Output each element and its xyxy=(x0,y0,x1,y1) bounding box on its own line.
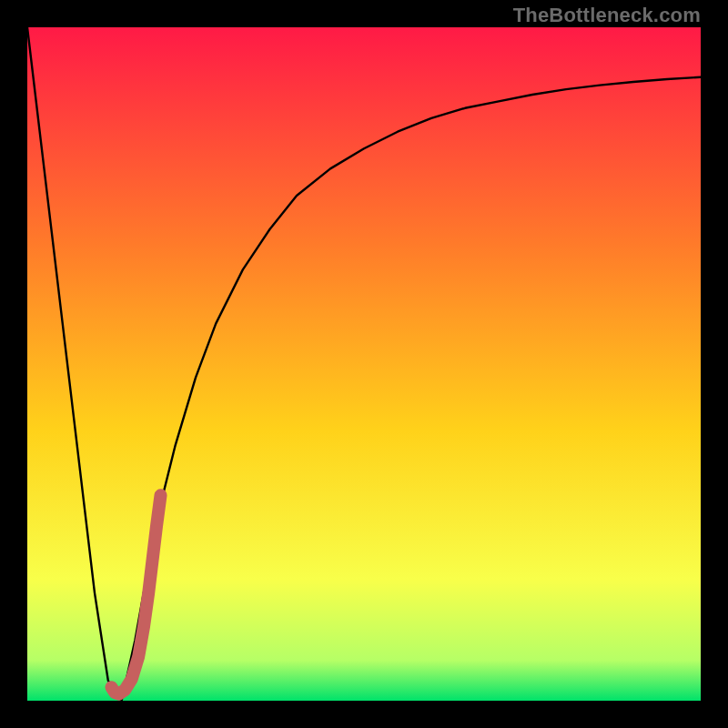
plot-area xyxy=(27,27,701,701)
chart-svg xyxy=(27,27,701,701)
chart-frame: TheBottleneck.com xyxy=(0,0,728,728)
watermark-label: TheBottleneck.com xyxy=(513,4,701,27)
gradient-background xyxy=(27,27,701,701)
